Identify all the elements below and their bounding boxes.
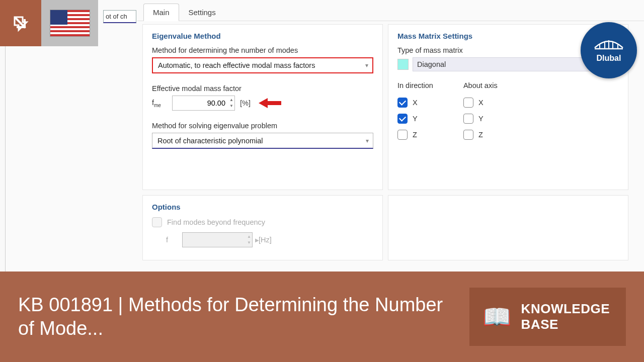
arrow-right-icon: ▶ <box>255 237 259 243</box>
fme-sub: me <box>154 102 161 108</box>
freq-row: f ▲▼ ▶ [Hz] <box>152 232 373 247</box>
factor-label: Effective modal mass factor <box>152 84 373 93</box>
eigenvalue-panel: Eigenvalue Method Method for determining… <box>142 24 383 190</box>
spinner-buttons[interactable]: ▲▼ <box>229 97 233 109</box>
partial-dropdown-text: ot of ch <box>106 13 127 20</box>
axis-y-label: Y <box>478 115 484 123</box>
axis-z-label: Z <box>478 131 483 139</box>
axis-z-checkbox[interactable] <box>463 130 473 140</box>
direction-header: In direction <box>397 81 433 89</box>
fme-symbol: fme <box>152 99 167 108</box>
kb-box[interactable]: 📖 KNOWLEDGE BASE <box>469 288 626 346</box>
axis-col: About axis X Y Z <box>463 81 498 140</box>
fme-spinner[interactable]: 90.00 ▲▼ <box>172 96 235 111</box>
dir-z-checkbox[interactable] <box>397 130 408 140</box>
tab-settings-label: Settings <box>189 8 216 17</box>
content-pane: Main Settings Eigenvalue Method Method f… <box>137 0 644 272</box>
axis-header: About axis <box>463 81 498 89</box>
options-title: Options <box>152 203 373 211</box>
app-window: ot of ch Main Settings Eigenvalue Method… <box>5 0 644 272</box>
solve-dropdown[interactable]: Root of characteristic polynomial ▾ <box>152 133 373 149</box>
top-left-overlay <box>0 0 98 50</box>
f-symbol: f <box>166 236 176 244</box>
direction-col: In direction X Y Z <box>397 81 433 140</box>
solve-dropdown-value: Root of characteristic polynomial <box>157 137 263 145</box>
chevron-down-icon: ▾ <box>366 137 369 144</box>
dir-x-row: X <box>397 98 433 108</box>
axis-x-row: X <box>463 98 498 108</box>
us-flag-icon <box>50 10 90 37</box>
dir-y-label: Y <box>413 115 418 123</box>
dir-z-row: Z <box>397 130 433 140</box>
freq-spinner: ▲▼ ▶ <box>182 232 253 247</box>
mass-type-swatch <box>397 59 409 70</box>
freq-unit: [Hz] <box>259 236 272 244</box>
spinner-buttons-disabled: ▲▼ <box>247 234 251 246</box>
method-label: Method for determining the number of mod… <box>152 46 373 54</box>
red-arrow-icon <box>259 97 281 109</box>
dir-y-row: Y <box>397 114 433 124</box>
chevron-down-icon: ▾ <box>365 62 368 69</box>
eigenvalue-title: Eigenvalue Method <box>152 32 373 40</box>
options-panel: Options Find modes beyond frequency f ▲▼… <box>142 195 383 260</box>
tab-settings[interactable]: Settings <box>179 4 225 21</box>
mass-type-value: Diagonal <box>417 60 446 68</box>
fme-unit: [%] <box>240 99 251 107</box>
download-arrow-icon <box>11 13 31 33</box>
axis-y-row: Y <box>463 114 498 124</box>
blank-panel <box>388 195 628 260</box>
dir-y-checkbox[interactable] <box>397 114 408 124</box>
find-beyond-label: Find modes beyond frequency <box>167 218 265 226</box>
fme-row: fme 90.00 ▲▼ [%] <box>152 96 373 111</box>
partial-dropdown[interactable]: ot of ch <box>103 10 136 23</box>
kb-line2: BASE <box>521 317 610 332</box>
method-dropdown-value: Automatic, to reach effective modal mass… <box>158 61 315 69</box>
axis-x-checkbox[interactable] <box>463 98 473 108</box>
axis-z-row: Z <box>463 130 498 140</box>
axis-x-label: X <box>478 99 484 107</box>
dlubal-badge[interactable]: Dlubal <box>581 22 637 78</box>
kb-line1: KNOWLEDGE <box>521 301 610 317</box>
dir-z-label: Z <box>413 131 417 139</box>
tab-main-label: Main <box>153 8 170 17</box>
dir-x-label: X <box>413 99 418 107</box>
language-tile[interactable] <box>41 0 98 46</box>
footer-title: KB 001891 | Methods for Determining the … <box>18 293 457 341</box>
find-beyond-row: Find modes beyond frequency <box>152 217 373 227</box>
svg-marker-0 <box>259 98 281 108</box>
left-column: Eigenvalue Method Method for determining… <box>142 24 383 260</box>
fme-value: 90.00 <box>207 99 225 107</box>
tab-bar: Main Settings <box>137 0 644 21</box>
download-tile[interactable] <box>0 0 41 46</box>
footer-bar: KB 001891 | Methods for Determining the … <box>0 272 644 362</box>
book-icon: 📖 <box>482 303 511 330</box>
bridge-icon <box>594 38 624 52</box>
axis-y-checkbox[interactable] <box>463 114 473 124</box>
panels-row: Eigenvalue Method Method for determining… <box>137 21 644 260</box>
find-beyond-checkbox[interactable] <box>152 217 162 227</box>
method-dropdown[interactable]: Automatic, to reach effective modal mass… <box>152 57 373 73</box>
dir-x-checkbox[interactable] <box>397 98 408 108</box>
dlubal-brand: Dlubal <box>597 54 621 63</box>
kb-text: KNOWLEDGE BASE <box>521 301 610 332</box>
solve-label: Method for solving eigenvalue problem <box>152 122 373 130</box>
tab-main[interactable]: Main <box>143 4 179 21</box>
check-columns: In direction X Y Z <box>397 81 619 140</box>
